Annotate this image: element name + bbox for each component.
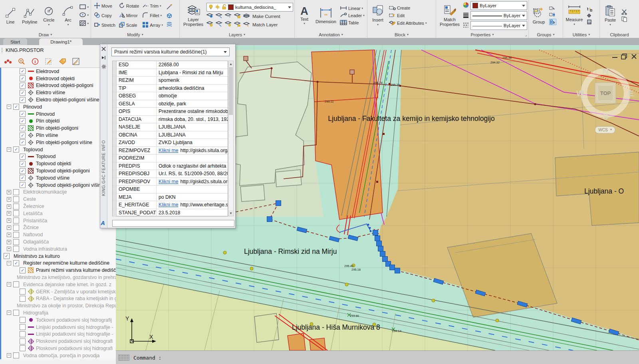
layer-checkbox[interactable]: ✓ — [20, 68, 26, 74]
tree-item[interactable]: –Vodna območja, porečja in povodja — [1, 352, 116, 359]
row-selector[interactable] — [113, 170, 117, 178]
palette-grip[interactable] — [1, 47, 3, 53]
layer-on-icon[interactable] — [208, 4, 213, 10]
utilities-panel-label[interactable]: Utilities▾ — [563, 31, 599, 38]
attribute-row[interactable]: OPOMBE — [113, 186, 228, 194]
rotate-tool[interactable]: Rotate — [119, 2, 139, 10]
expand-icon[interactable]: + — [7, 218, 11, 223]
command-line[interactable]: Command : — [116, 350, 639, 364]
layer-checkbox[interactable] — [20, 345, 26, 351]
copy-tool[interactable]: Copy — [94, 12, 115, 19]
layer-checkbox[interactable] — [13, 310, 19, 316]
attribute-row[interactable]: MEJApo DKN — [113, 194, 228, 202]
attribute-row[interactable]: TIParheološka dediščina — [113, 85, 228, 93]
text-tool[interactable]: A Text▾ — [296, 6, 313, 26]
make-current-icon[interactable] — [243, 13, 250, 20]
attribute-row[interactable]: STANJE_PODATK23.5.2018 — [113, 209, 228, 217]
klikni-me-link[interactable]: Klikni me — [159, 202, 178, 208]
rectangle-tool[interactable]: ▾ — [79, 4, 89, 10]
palette-header[interactable]: KING.PROSTOR — [0, 45, 116, 55]
tree-item[interactable]: ✓Plinovod — [1, 111, 116, 118]
layer-checkbox[interactable]: ✓ — [20, 97, 26, 103]
attribute-row[interactable]: PREDPISOdlok o razglasitvi del arhitekta… — [113, 162, 228, 170]
tree-item[interactable]: ✓Plin objekti — [1, 118, 116, 125]
table-scrollbar[interactable]: ▲ ▼ — [228, 61, 234, 216]
attribute-row[interactable]: PODREZIM — [113, 154, 228, 162]
arc-tool[interactable]: Arc▾ — [59, 5, 77, 26]
row-selector[interactable] — [113, 77, 117, 84]
tree-item[interactable]: RABA - Dejanske raba kmetijskih in g — [1, 295, 116, 303]
row-selector[interactable] — [113, 186, 117, 193]
row-selector[interactable] — [113, 154, 117, 162]
layer-unlock-icon[interactable] — [222, 4, 226, 10]
row-selector[interactable] — [113, 100, 117, 108]
paste-tool[interactable]: Paste▾ — [601, 5, 619, 26]
tree-item[interactable]: –Hidrografija — [1, 309, 116, 317]
tree-item[interactable]: +Ceste — [1, 196, 116, 203]
edit-attributes-tool[interactable]: Edit Attributes▾ — [389, 20, 427, 26]
block-edit-tool[interactable]: Edit — [389, 13, 427, 19]
tree-item[interactable]: –Evidenca dejanske rabe kmet. in gozd. z — [1, 281, 116, 288]
tab-start[interactable]: Start — [3, 38, 27, 45]
collapse-icon[interactable]: – — [7, 282, 11, 287]
array-tool[interactable]: Array▾ — [142, 22, 163, 29]
draw-panel-label[interactable]: Draw▾ — [0, 31, 91, 38]
row-selector[interactable] — [113, 108, 117, 115]
layer-off-icon[interactable] — [206, 13, 213, 20]
layer-checkbox[interactable] — [13, 232, 19, 238]
row-selector[interactable] — [113, 201, 117, 209]
match-layer-label[interactable]: Match Layer — [252, 22, 278, 27]
tree-item[interactable]: Linijski podatkovni sloj hidrografije - — [1, 324, 116, 331]
leader-tool[interactable]: Leader▾ — [340, 13, 365, 18]
layer-unlock2-icon[interactable] — [234, 21, 241, 28]
tree-item[interactable]: ✓Toplovod objekti-poligoni višin — [1, 182, 116, 189]
attribute-row[interactable]: REZIMspomenik — [113, 77, 228, 85]
tree-item[interactable]: +Železnice — [1, 203, 116, 210]
expand-icon[interactable]: + — [7, 240, 11, 244]
attribute-row[interactable]: OPISPrezentirane ostaline rimskodobne — [113, 108, 228, 116]
layer-checkbox[interactable]: ✓ — [20, 182, 26, 188]
tree-item[interactable]: Točkovni podatkovni sloj hidrografij — [1, 317, 116, 324]
tree-item[interactable]: ✓Toplovod — [1, 153, 116, 160]
zoom-icon[interactable] — [18, 57, 26, 65]
layer-thaw-icon[interactable] — [215, 4, 220, 10]
layer-checkbox[interactable]: ✓ — [20, 133, 26, 138]
tree-item[interactable]: Ministrstvo za okolje in prostor, Direkc… — [1, 302, 116, 309]
tree-item[interactable]: +Naftovod — [1, 231, 116, 238]
layer-checkbox[interactable] — [20, 331, 26, 337]
collapse-icon[interactable]: – — [7, 311, 11, 315]
layer-checkbox[interactable]: ✓ — [20, 125, 26, 131]
layer-checkbox[interactable] — [20, 289, 26, 295]
tag-icon[interactable] — [58, 57, 66, 65]
expand-icon[interactable]: + — [7, 247, 11, 251]
tree-item[interactable]: –✓Plinovod — [1, 103, 116, 111]
scroll-up-icon[interactable]: ▲ — [228, 61, 233, 67]
collapse-icon[interactable]: – — [7, 147, 11, 152]
layer-freeze-icon[interactable] — [225, 13, 232, 20]
layer-checkbox[interactable]: ✓ — [20, 90, 26, 96]
layer-walk-icon[interactable] — [216, 21, 222, 28]
info-icon[interactable]: i — [31, 57, 39, 65]
tree-item[interactable]: ✓Pravni režimi varstva kulturne dedišč — [1, 267, 116, 274]
expand-icon[interactable]: + — [7, 197, 11, 202]
tree-item[interactable]: ✓Elektrovod objekti — [1, 75, 116, 82]
row-selector[interactable] — [113, 209, 117, 217]
copy-clip-icon[interactable] — [621, 16, 627, 22]
layer-checkbox[interactable]: ✓ — [20, 267, 26, 273]
attribute-row[interactable]: NASELJELJUBLJANA — [113, 123, 228, 131]
scroll-down-icon[interactable]: ▼ — [228, 210, 233, 216]
row-selector[interactable] — [113, 162, 117, 170]
dropdown-chevron-icon[interactable] — [224, 51, 227, 53]
tree-item[interactable]: +Žičnice — [1, 224, 116, 231]
collapse-icon[interactable]: – — [7, 105, 11, 109]
color-combo[interactable]: ByLayer — [470, 1, 527, 10]
linear-tool[interactable]: Linear▾ — [340, 6, 365, 11]
layer-checkbox[interactable]: ✓ — [20, 139, 26, 145]
properties-panel-label[interactable]: Properties▾⌟ — [436, 31, 528, 38]
move-tool[interactable]: Move — [94, 2, 115, 10]
modify-3d-icon[interactable] — [166, 12, 173, 19]
row-selector[interactable] — [113, 92, 117, 100]
attribute-row[interactable]: ESD22658.00 — [113, 61, 228, 69]
collapse-icon[interactable]: – — [7, 353, 11, 358]
scroll-thumb[interactable] — [229, 67, 233, 115]
